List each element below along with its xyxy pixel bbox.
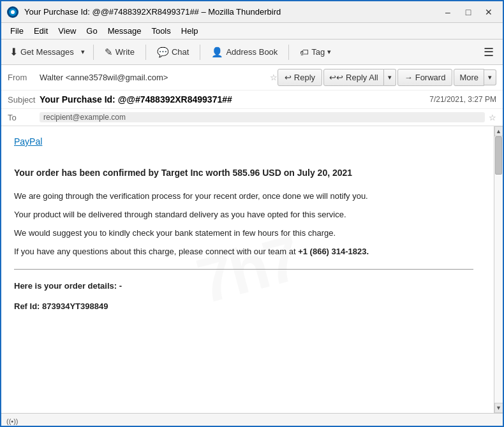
- scrollbar: ▲ ▼: [494, 126, 503, 413]
- email-content: PayPal Your order has been confirmed by …: [14, 136, 481, 314]
- more-dropdown[interactable]: ▾: [484, 69, 496, 85]
- menu-message[interactable]: Message: [103, 25, 147, 37]
- maximize-button[interactable]: □: [459, 4, 477, 20]
- address-book-button[interactable]: 👤 Address Book: [205, 43, 283, 61]
- reply-button[interactable]: ↩ Reply: [278, 69, 322, 86]
- get-messages-split: ⬇ Get Messages ▾: [5, 43, 88, 61]
- email-paragraph-3: We would suggest you to kindly check you…: [14, 227, 473, 240]
- svg-point-2: [11, 10, 15, 14]
- to-label: To: [8, 113, 40, 122]
- star-icon[interactable]: ☆: [270, 73, 278, 82]
- reply-icon: ↩: [285, 73, 292, 82]
- to-row: To recipient@example.com ☆: [1, 109, 503, 126]
- action-buttons: ↩ Reply ↩↩ Reply All ▾ → Forward More ▾: [278, 69, 496, 86]
- email-paragraph-1: We are going through the verification pr…: [14, 190, 473, 203]
- subject-label: Subject: [8, 95, 40, 105]
- email-divider: [14, 269, 473, 270]
- toolbar: ⬇ Get Messages ▾ ✎ Write 💬 Chat 👤 Addres…: [1, 40, 503, 65]
- status-bar: ((•)): [1, 413, 503, 427]
- to-value: recipient@example.com: [40, 112, 485, 122]
- get-messages-button[interactable]: ⬇ Get Messages: [5, 43, 78, 61]
- scroll-track: [494, 136, 503, 403]
- phone-number: +1 (866) 314-1823.: [298, 247, 369, 256]
- reply-all-dropdown[interactable]: ▾: [384, 69, 396, 86]
- chat-button[interactable]: 💬 Chat: [151, 43, 195, 61]
- subject-row: Subject Your Purchase Id: @@#7488392XR84…: [1, 90, 503, 109]
- write-icon: ✎: [105, 47, 113, 58]
- reply-all-group: ↩↩ Reply All ▾: [323, 69, 396, 86]
- get-messages-dropdown[interactable]: ▾: [78, 45, 88, 59]
- chat-icon: 💬: [157, 47, 169, 58]
- window-title: Your Purchase Id: @@#7488392XR8499371## …: [24, 7, 439, 17]
- email-paragraph-2: Your product will be delivered through s…: [14, 208, 473, 222]
- connection-status: ((•)): [6, 417, 21, 425]
- connection-icon: ((•)): [6, 417, 19, 425]
- minimize-button[interactable]: –: [439, 4, 457, 20]
- tag-dropdown-icon: ▾: [327, 48, 331, 56]
- order-details-heading: Here is your order details: -: [14, 280, 473, 293]
- email-body-container: 7h7 PayPal Your order has been confirmed…: [1, 126, 503, 413]
- scroll-thumb[interactable]: [495, 136, 502, 175]
- subject-value: Your Purchase Id: @@#7488392XR8499371##: [40, 94, 429, 105]
- hamburger-menu-button[interactable]: ☰: [478, 43, 499, 62]
- from-row: From Walter <anne3578wil@gmail.com> ☆ ↩ …: [1, 65, 503, 90]
- menu-file[interactable]: File: [5, 25, 29, 37]
- more-group: More ▾: [454, 69, 496, 86]
- toolbar-divider-1: [93, 45, 94, 60]
- get-messages-icon: ⬇: [10, 46, 18, 58]
- tag-button[interactable]: 🏷 Tag ▾: [294, 44, 337, 61]
- menu-go[interactable]: Go: [81, 25, 102, 37]
- email-header: From Walter <anne3578wil@gmail.com> ☆ ↩ …: [1, 65, 503, 126]
- forward-icon: →: [404, 73, 413, 82]
- write-button[interactable]: ✎ Write: [99, 43, 140, 61]
- menu-tools[interactable]: Tools: [146, 25, 175, 37]
- menu-view[interactable]: View: [53, 25, 81, 37]
- from-label: From: [8, 73, 40, 82]
- address-book-icon: 👤: [211, 47, 223, 58]
- email-heading: Your order has been confirmed by Target …: [14, 166, 473, 180]
- date-value: 7/21/2021, 3:27 PM: [429, 95, 496, 104]
- to-star-icon[interactable]: ☆: [489, 113, 496, 122]
- toolbar-divider-4: [288, 45, 289, 60]
- email-paragraph-4: If you have any questions about this cha…: [14, 245, 473, 259]
- reply-all-icon: ↩↩: [329, 73, 343, 82]
- toolbar-divider-3: [200, 45, 200, 60]
- scroll-down-button[interactable]: ▼: [494, 403, 503, 413]
- paypal-link[interactable]: PayPal: [14, 136, 42, 147]
- ref-id: Ref Id: 873934YT398849: [14, 300, 473, 314]
- from-value: Walter <anne3578wil@gmail.com>: [40, 73, 266, 82]
- more-button[interactable]: More: [454, 69, 484, 86]
- app-icon: [6, 6, 19, 18]
- forward-button[interactable]: → Forward: [397, 69, 453, 86]
- email-body: 7h7 PayPal Your order has been confirmed…: [1, 126, 494, 413]
- get-messages-label: Get Messages: [20, 47, 74, 57]
- menu-bar: File Edit View Go Message Tools Help: [1, 23, 503, 40]
- paragraph-4-prefix: If you have any questions about this cha…: [14, 247, 298, 256]
- close-button[interactable]: ✕: [480, 4, 498, 20]
- reply-all-button[interactable]: ↩↩ Reply All: [323, 69, 384, 86]
- scroll-up-button[interactable]: ▲: [494, 126, 503, 136]
- toolbar-divider-2: [145, 45, 146, 60]
- title-bar: Your Purchase Id: @@#7488392XR8499371## …: [1, 1, 503, 23]
- menu-help[interactable]: Help: [176, 25, 204, 37]
- tag-icon: 🏷: [300, 47, 309, 57]
- menu-edit[interactable]: Edit: [29, 25, 53, 37]
- window-controls: – □ ✕: [439, 4, 498, 20]
- email-main-text: Your order has been confirmed by Target …: [14, 166, 473, 314]
